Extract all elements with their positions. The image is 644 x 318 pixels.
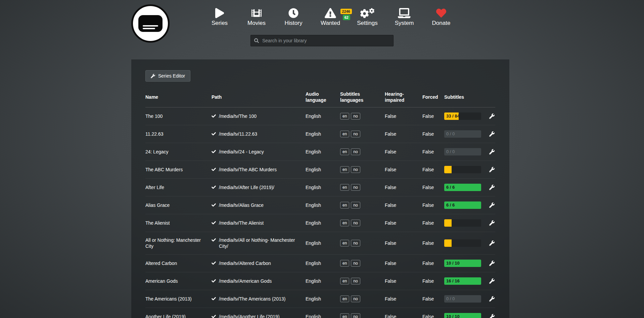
nav-label: Settings: [357, 20, 377, 27]
edit-series-button[interactable]: [489, 167, 495, 172]
language-badge: no: [351, 278, 360, 284]
table-row: Alias Grace /media/tv/Alias Grace Englis…: [145, 196, 495, 214]
series-path: /media/tv/11.22.63: [212, 131, 306, 137]
series-name-link[interactable]: The Americans (2013): [145, 296, 212, 302]
audio-language-value: English: [306, 296, 340, 302]
column-header-subtitles: Subtitles: [444, 94, 485, 100]
progress-label: 6 / 6: [446, 184, 455, 191]
series-path-text: /media/tv/11.22.63: [219, 131, 257, 137]
row-actions: [485, 113, 495, 119]
series-name-link[interactable]: 11.22.63: [145, 131, 212, 137]
clock-icon: [288, 7, 298, 18]
wrench-icon: [489, 261, 495, 266]
forced-value: False: [422, 149, 444, 155]
progress-label: 0 / 0: [446, 130, 455, 138]
main-panel: Series Editor Name Path Audio language S…: [131, 59, 509, 318]
series-editor-button[interactable]: Series Editor: [145, 70, 190, 82]
nav-item-history[interactable]: History: [281, 7, 306, 27]
wrench-icon: [489, 149, 495, 154]
table-row: Another Life (2019) /media/tv/Another Li…: [145, 308, 495, 318]
subtitles-progress-cell: 6 / 6: [444, 201, 485, 209]
series-name-link[interactable]: Another Life (2019): [145, 314, 212, 318]
row-actions: [485, 131, 495, 137]
series-path: /media/tv/All or Nothing- Manchester Cit…: [212, 237, 306, 249]
hearing-impaired-value: False: [385, 131, 422, 137]
gears-icon: [360, 7, 375, 18]
language-badge: en: [340, 148, 349, 155]
search-input[interactable]: [262, 38, 390, 44]
wrench-icon: [489, 314, 495, 318]
series-path-text: /media/tv/After Life (2019)/: [219, 184, 274, 190]
audio-language-value: English: [306, 202, 340, 208]
series-path-text: /media/tv/The Americans (2013): [219, 296, 285, 302]
hearing-impaired-value: False: [385, 184, 422, 190]
hearing-impaired-value: False: [385, 202, 422, 208]
edit-series-button[interactable]: [489, 113, 495, 119]
series-name-link[interactable]: Alias Grace: [145, 202, 212, 208]
series-path-text: /media/tv/American Gods: [219, 278, 272, 284]
nav-item-system[interactable]: System: [392, 7, 416, 27]
series-name-link[interactable]: After Life: [145, 184, 212, 190]
series-name-link[interactable]: The 100: [145, 113, 212, 119]
edit-series-button[interactable]: [489, 261, 495, 266]
series-name-link[interactable]: All or Nothing: Manchester City: [145, 237, 212, 249]
nav-item-settings[interactable]: Settings: [355, 7, 379, 27]
subtitles-progress-bar: [444, 166, 481, 173]
forced-value: False: [422, 184, 444, 190]
forced-value: False: [422, 260, 444, 266]
progress-fill: [444, 219, 452, 227]
edit-series-button[interactable]: [489, 202, 495, 208]
nav-item-series[interactable]: Series: [208, 7, 232, 27]
series-path: /media/tv/The Alienist: [212, 220, 306, 226]
series-name-link[interactable]: Altered Carbon: [145, 260, 212, 266]
progress-label: 0 / 0: [446, 148, 455, 155]
language-badge: no: [351, 220, 360, 226]
row-actions: [485, 202, 495, 208]
subtitles-progress-bar: 0 / 0: [444, 148, 481, 155]
language-badge: en: [340, 278, 349, 284]
series-name-link[interactable]: American Gods: [145, 278, 212, 284]
series-path-text: /media/tv/The 100: [219, 113, 257, 119]
series-path: /media/tv/Altered Carbon: [212, 260, 306, 266]
series-path-text: /media/tv/Altered Carbon: [219, 260, 271, 266]
language-badge: en: [340, 202, 349, 209]
edit-series-button[interactable]: [489, 296, 495, 302]
row-actions: [485, 167, 495, 172]
row-actions: [485, 240, 495, 246]
forced-value: False: [422, 240, 444, 246]
row-actions: [485, 314, 495, 318]
table-row: The Alienist /media/tv/The Alienist Engl…: [145, 214, 495, 232]
edit-series-button[interactable]: [489, 131, 495, 137]
subtitles-progress-cell: [444, 166, 485, 173]
edit-series-button[interactable]: [489, 149, 495, 154]
edit-series-button[interactable]: [489, 240, 495, 246]
series-path-text: /media/tv/The ABC Murders: [219, 167, 277, 173]
language-badge: no: [351, 202, 360, 209]
bazarr-logo[interactable]: [131, 4, 170, 43]
series-name-link[interactable]: The ABC Murders: [145, 167, 212, 173]
subtitles-progress-bar: 0 / 0: [444, 295, 481, 303]
hearing-impaired-value: False: [385, 260, 422, 266]
nav-label: Movies: [247, 20, 266, 27]
table-row: 24: Legacy /media/tv/24 - Legacy English…: [145, 143, 495, 161]
edit-series-button[interactable]: [489, 185, 495, 190]
wrench-icon: [489, 220, 495, 226]
series-table: Name Path Audio language Subtitles langu…: [145, 91, 495, 318]
wrench-icon: [151, 74, 155, 78]
series-name-link[interactable]: 24: Legacy: [145, 149, 212, 155]
edit-series-button[interactable]: [489, 314, 495, 318]
table-row: After Life /media/tv/After Life (2019)/ …: [145, 179, 495, 196]
series-table-body: The 100 /media/tv/The 100 English enno F…: [145, 107, 495, 318]
series-path-text: /media/tv/All or Nothing- Manchester Cit…: [219, 237, 302, 249]
subtitles-progress-cell: 6 / 6: [444, 184, 485, 191]
language-badge: no: [351, 260, 360, 267]
nav-item-movies[interactable]: Movies: [244, 7, 269, 27]
subtitles-progress-bar: [444, 219, 481, 227]
edit-series-button[interactable]: [489, 220, 495, 226]
edit-series-button[interactable]: [489, 278, 495, 284]
nav-item-donate[interactable]: Donate: [429, 7, 453, 27]
nav-item-wanted[interactable]: Wanted 2246 62: [318, 7, 342, 27]
series-name-link[interactable]: The Alienist: [145, 220, 212, 226]
subtitles-progress-cell: 16 / 16: [444, 277, 485, 285]
audio-language-value: English: [306, 167, 340, 173]
